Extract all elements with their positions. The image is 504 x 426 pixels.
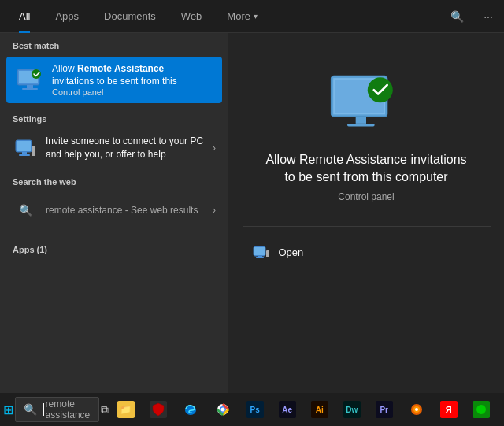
tab-documents[interactable]: Documents xyxy=(91,0,169,33)
taskbar-search-bar[interactable]: 🔍 remote assistance xyxy=(15,397,99,422)
after-effects-icon: Ae xyxy=(279,401,296,418)
tab-web[interactable]: Web xyxy=(169,0,215,33)
search-icon-taskbar: 🔍 xyxy=(24,403,37,416)
apps-section: Apps (1) xyxy=(0,231,228,264)
windows-start-button[interactable]: ⊞ xyxy=(3,394,13,425)
search-icon[interactable]: 🔍 xyxy=(447,7,466,26)
more-options-icon[interactable]: ··· xyxy=(479,7,498,26)
tab-all[interactable]: All xyxy=(6,0,43,33)
svg-rect-19 xyxy=(256,257,264,258)
open-action[interactable]: Open xyxy=(243,239,491,266)
shield-icon xyxy=(150,401,167,418)
taskbar-app-dw[interactable]: Dw xyxy=(336,394,368,425)
task-view-button[interactable]: ⧉ xyxy=(101,394,109,425)
svg-rect-14 xyxy=(347,124,375,127)
right-panel: Allow Remote Assistance invitations to b… xyxy=(228,33,504,393)
windows-icon: ⊞ xyxy=(3,402,13,417)
best-match-title: Allow Remote Assistance invitations to b… xyxy=(52,63,213,87)
best-match-label: Best match xyxy=(0,33,228,54)
control-panel-icon xyxy=(16,66,44,94)
svg-point-27 xyxy=(415,408,418,411)
svg-rect-2 xyxy=(27,85,33,88)
settings-item[interactable]: Invite someone to connect to your PC and… xyxy=(3,128,225,168)
settings-label: Settings xyxy=(0,106,228,127)
divider xyxy=(243,226,491,227)
open-icon xyxy=(252,244,271,261)
best-match-item[interactable]: Allow Remote Assistance invitations to b… xyxy=(6,57,222,103)
dreamweaver-icon: Dw xyxy=(343,401,361,418)
left-panel: Best match Allow Re xyxy=(0,33,228,393)
green-app-icon xyxy=(472,401,490,418)
svg-rect-8 xyxy=(19,154,30,156)
text-cursor xyxy=(43,403,44,416)
illustrator-icon: Ai xyxy=(311,401,328,418)
chevron-down-icon: ▾ xyxy=(254,12,258,20)
settings-icon xyxy=(13,135,38,161)
right-subtitle: Control panel xyxy=(338,191,394,202)
taskbar: ⊞ 🔍 remote assistance ⧉ 📁 xyxy=(0,393,504,426)
chevron-right-icon: › xyxy=(213,143,216,154)
best-match-text: Allow Remote Assistance invitations to b… xyxy=(52,63,213,97)
taskbar-app-shield[interactable] xyxy=(143,394,174,425)
tab-apps[interactable]: Apps xyxy=(43,0,91,33)
svg-rect-20 xyxy=(266,250,269,257)
svg-rect-17 xyxy=(254,247,265,255)
svg-rect-7 xyxy=(22,152,27,154)
search-input-area: remote assistance xyxy=(43,398,91,420)
right-icon-area xyxy=(327,72,406,139)
settings-item-text: Invite someone to connect to your PC and… xyxy=(46,135,205,161)
taskbar-app-ai[interactable]: Ai xyxy=(304,394,335,425)
explorer-icon: 📁 xyxy=(117,401,135,418)
taskbar-app-yandex[interactable]: Я xyxy=(433,394,465,425)
web-search-text: remote assistance - See web results xyxy=(46,205,205,216)
content-area: Best match Allow Re xyxy=(0,33,504,393)
taskbar-app-green[interactable] xyxy=(465,394,497,425)
task-view-icon: ⧉ xyxy=(101,403,109,417)
svg-point-28 xyxy=(476,405,486,414)
taskbar-app-pr[interactable]: Pr xyxy=(369,394,400,425)
taskbar-app-firefox[interactable] xyxy=(401,394,432,425)
taskbar-app-ps[interactable]: Ps xyxy=(239,394,271,425)
web-search-item[interactable]: 🔍 remote assistance - See web results › xyxy=(3,191,225,229)
svg-rect-13 xyxy=(356,117,366,124)
taskbar-app-explorer[interactable]: 📁 xyxy=(110,394,142,425)
chrome-icon xyxy=(214,401,232,418)
tab-icons: 🔍 ··· xyxy=(447,7,498,26)
web-search-icon: 🔍 xyxy=(13,198,38,223)
svg-rect-9 xyxy=(32,146,35,156)
search-query-text: remote assistance xyxy=(46,398,91,420)
yandex-icon: Я xyxy=(440,401,458,418)
taskbar-app-teal[interactable] xyxy=(498,394,504,425)
apps-label: Apps (1) xyxy=(0,237,228,257)
svg-point-24 xyxy=(220,408,224,412)
taskbar-app-edge[interactable] xyxy=(175,394,206,425)
firefox-icon xyxy=(408,401,425,418)
svg-point-15 xyxy=(368,77,393,102)
tab-more[interactable]: More ▾ xyxy=(214,0,270,33)
settings-item-title: Invite someone to connect to your PC and… xyxy=(46,135,205,161)
taskbar-apps: 📁 Ps Ae Ai Dw Pr xyxy=(110,394,504,425)
svg-point-4 xyxy=(32,69,41,79)
svg-rect-6 xyxy=(17,141,31,151)
edge-icon xyxy=(182,401,199,418)
chevron-right-icon-web: › xyxy=(213,205,216,216)
taskbar-app-chrome[interactable] xyxy=(207,394,239,425)
open-label: Open xyxy=(279,246,304,258)
svg-rect-18 xyxy=(258,256,262,257)
photoshop-icon: Ps xyxy=(246,401,264,418)
search-panel: All Apps Documents Web More ▾ 🔍 ··· Best… xyxy=(0,0,504,393)
web-search-label: Search the web xyxy=(0,169,228,190)
right-title: Allow Remote Assistance invitations to b… xyxy=(228,151,504,187)
svg-rect-3 xyxy=(22,88,38,90)
premiere-icon: Pr xyxy=(376,401,393,418)
taskbar-app-ae[interactable]: Ae xyxy=(272,394,303,425)
best-match-subtitle: Control panel xyxy=(52,87,213,97)
tab-bar: All Apps Documents Web More ▾ 🔍 ··· xyxy=(0,0,504,33)
